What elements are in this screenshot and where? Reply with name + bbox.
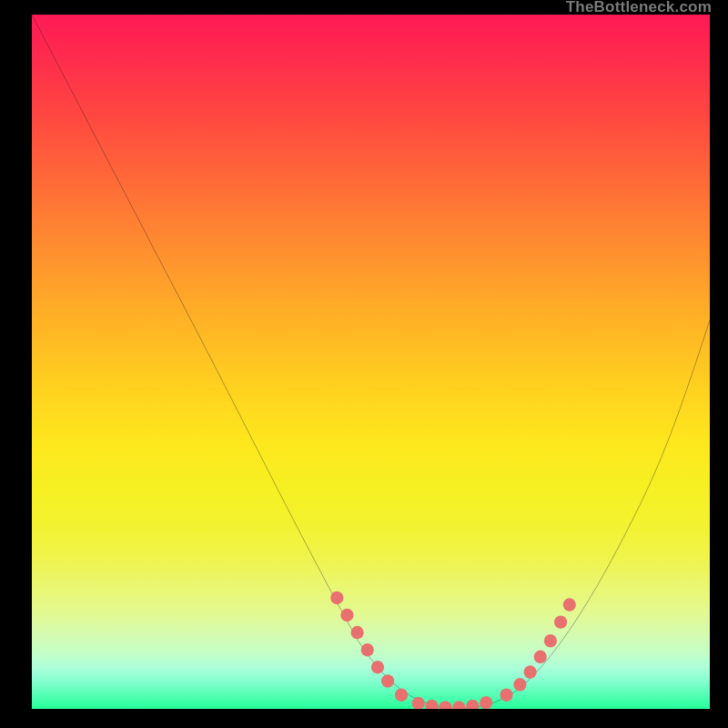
svg-point-17 bbox=[544, 634, 557, 647]
svg-point-0 bbox=[330, 592, 343, 604]
watermark-text: TheBottleneck.com bbox=[566, 0, 712, 16]
svg-point-19 bbox=[563, 598, 576, 611]
svg-point-8 bbox=[425, 700, 438, 709]
svg-point-4 bbox=[371, 661, 384, 673]
svg-point-1 bbox=[340, 609, 353, 622]
chart-container: TheBottleneck.com bbox=[0, 0, 728, 728]
svg-point-5 bbox=[381, 674, 394, 687]
svg-point-9 bbox=[439, 701, 451, 709]
svg-point-2 bbox=[351, 626, 364, 639]
bottleneck-curve bbox=[32, 15, 710, 709]
svg-point-10 bbox=[452, 701, 465, 709]
svg-point-12 bbox=[480, 696, 492, 709]
svg-point-18 bbox=[554, 615, 567, 628]
svg-point-7 bbox=[412, 697, 425, 709]
svg-point-14 bbox=[513, 678, 526, 691]
chart-frame bbox=[0, 0, 728, 728]
svg-point-6 bbox=[395, 688, 408, 701]
svg-point-11 bbox=[466, 700, 479, 709]
svg-point-13 bbox=[500, 688, 512, 701]
svg-point-16 bbox=[534, 651, 547, 663]
svg-point-15 bbox=[523, 665, 536, 678]
svg-point-3 bbox=[361, 643, 374, 656]
highlight-dots bbox=[330, 592, 576, 709]
bottleneck-curve-chart bbox=[32, 15, 710, 709]
